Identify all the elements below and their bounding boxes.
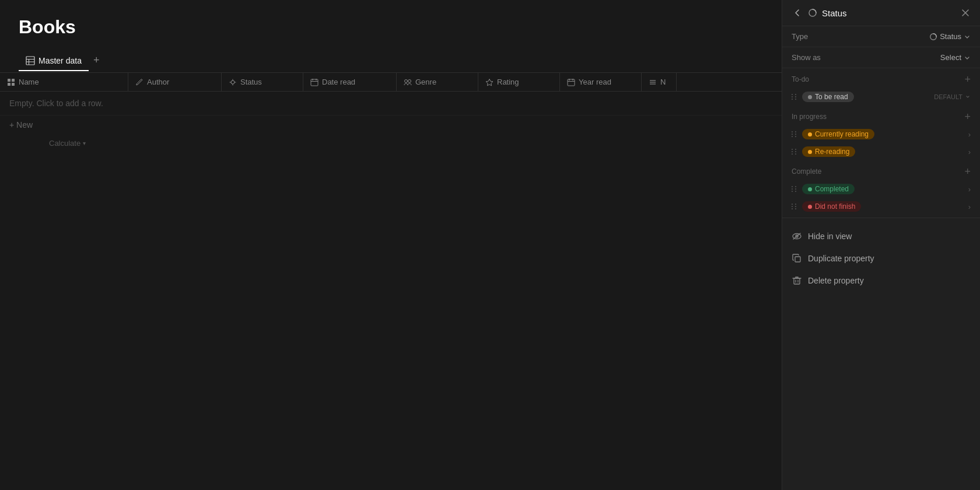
svg-rect-9	[12, 83, 15, 86]
col-n-label: N	[660, 78, 666, 86]
section-todo-label: To-do	[792, 75, 809, 83]
action-delete-property-label: Delete property	[808, 276, 864, 285]
did-not-finish-arrow: ›	[968, 202, 971, 211]
section-inprogress-header: In progress +	[782, 106, 980, 125]
calculate-chevron: ▾	[83, 140, 86, 146]
badge-did-not-finish: Did not finish	[802, 201, 861, 212]
tab-master-data[interactable]: Master data	[19, 51, 89, 71]
option-to-be-read[interactable]: To be read DEFAULT	[782, 88, 980, 106]
show-as-value-button[interactable]: Select	[940, 53, 971, 62]
pencil-icon	[135, 78, 144, 86]
option-completed[interactable]: Completed ›	[782, 180, 980, 198]
option-did-not-finish[interactable]: Did not finish ›	[782, 198, 980, 215]
eye-icon	[792, 231, 802, 242]
col-header-name[interactable]: Name	[0, 73, 128, 91]
col-dateread-label: Date read	[322, 78, 355, 86]
svg-point-16	[408, 79, 411, 82]
col-header-n[interactable]: N	[642, 73, 677, 91]
show-as-row: Show as Select	[782, 47, 980, 68]
tab-master-data-label: Master data	[38, 56, 82, 65]
option-currently-reading[interactable]: Currently reading ›	[782, 125, 980, 143]
sparkle-icon	[229, 78, 237, 86]
drag-handle-currently-reading	[792, 131, 797, 137]
group-icon	[404, 78, 412, 86]
drag-handle-did-not-finish	[792, 204, 797, 209]
action-hide-in-view[interactable]: Hide in view	[782, 225, 980, 247]
col-rating-label: Rating	[497, 78, 519, 86]
drag-handle-to-be-read	[792, 94, 797, 100]
col-header-dateread[interactable]: Date read	[303, 73, 397, 91]
svg-point-10	[231, 80, 235, 84]
close-icon	[961, 9, 970, 17]
col-header-rating[interactable]: Rating	[478, 73, 560, 91]
badge-completed-label: Completed	[815, 185, 849, 193]
badge-re-reading-label: Re-reading	[815, 148, 849, 156]
main-area: Books Master data + Filter Sort ·	[0, 0, 980, 490]
calculate-label: Calculate	[49, 139, 80, 148]
type-value-button[interactable]: Status	[929, 32, 971, 41]
drag-handle-re-reading	[792, 149, 797, 155]
col-header-author[interactable]: Author	[128, 73, 222, 91]
grid-icon	[7, 78, 15, 86]
default-indicator: DEFAULT	[934, 93, 971, 100]
svg-rect-11	[311, 79, 318, 86]
property-type-icon	[808, 8, 817, 18]
new-row-label: + New	[9, 120, 33, 130]
section-todo-add-button[interactable]: +	[964, 74, 971, 85]
badge-re-reading: Re-reading	[802, 146, 855, 157]
panel-divider	[782, 218, 980, 218]
section-inprogress-add-button[interactable]: +	[964, 111, 971, 122]
section-todo-header: To-do +	[782, 68, 980, 88]
property-name-input[interactable]	[822, 8, 956, 18]
section-complete-add-button[interactable]: +	[964, 166, 971, 177]
dot-completed	[808, 187, 812, 191]
panel-header	[782, 0, 980, 26]
type-value-text: Status	[940, 32, 961, 41]
col-header-status[interactable]: Status	[222, 73, 303, 91]
copy-icon	[792, 253, 802, 264]
svg-rect-7	[12, 79, 15, 82]
dot-re-reading	[808, 150, 812, 154]
col-yearread-label: Year read	[579, 78, 611, 86]
list-icon	[649, 78, 657, 86]
dot-did-not-finish	[808, 205, 812, 209]
option-re-reading[interactable]: Re-reading ›	[782, 143, 980, 160]
status-spin-icon	[808, 8, 817, 18]
col-header-yearread[interactable]: Year read	[560, 73, 642, 91]
show-as-value-text: Select	[940, 53, 961, 62]
re-reading-arrow: ›	[968, 148, 971, 156]
dot-to-be-read	[808, 95, 812, 99]
star-icon	[485, 78, 494, 86]
panel-back-button[interactable]	[792, 7, 803, 19]
type-label: Type	[792, 32, 838, 41]
badge-completed: Completed	[802, 184, 855, 194]
calendar-icon	[310, 78, 318, 86]
panel-actions: Hide in view Duplicate property	[782, 225, 980, 292]
col-genre-label: Genre	[415, 78, 436, 86]
drag-handle-completed	[792, 186, 797, 192]
section-complete-label: Complete	[792, 167, 821, 176]
action-delete-property[interactable]: Delete property	[782, 270, 980, 292]
badge-to-be-read: To be read	[802, 92, 854, 102]
completed-arrow: ›	[968, 185, 971, 194]
dot-currently-reading	[808, 132, 812, 136]
badge-currently-reading-label: Currently reading	[815, 130, 869, 138]
default-chevron-icon	[965, 94, 971, 100]
svg-rect-18	[568, 79, 575, 86]
col-header-genre[interactable]: Genre	[397, 73, 478, 91]
section-inprogress-label: In progress	[792, 113, 827, 121]
badge-to-be-read-label: To be read	[815, 93, 848, 101]
svg-rect-32	[795, 257, 800, 262]
back-arrow-icon	[793, 8, 802, 18]
col-name-label: Name	[19, 78, 39, 86]
action-duplicate-property[interactable]: Duplicate property	[782, 247, 980, 270]
add-tab-button[interactable]: +	[89, 50, 104, 72]
svg-marker-17	[486, 79, 493, 85]
svg-rect-33	[794, 278, 800, 284]
badge-did-not-finish-label: Did not finish	[815, 202, 855, 211]
type-chevron-icon	[964, 33, 971, 40]
action-hide-in-view-label: Hide in view	[808, 232, 852, 241]
svg-point-15	[405, 79, 408, 82]
panel-close-button[interactable]	[960, 8, 971, 18]
show-as-label: Show as	[792, 53, 838, 62]
